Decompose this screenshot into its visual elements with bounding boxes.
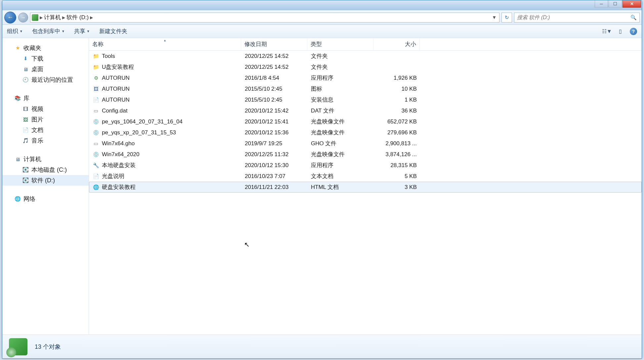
file-icon: 📄 bbox=[93, 97, 99, 103]
file-name: AUTORUN bbox=[102, 97, 130, 103]
organize-menu[interactable]: 组织▼ bbox=[7, 27, 23, 35]
file-name-cell: 📁Tools bbox=[89, 53, 241, 60]
file-icon: ⚙ bbox=[93, 75, 99, 81]
file-row[interactable]: 🖼AUTORUN2015/5/10 2:45图标10 KB bbox=[89, 83, 642, 94]
minimize-button[interactable] bbox=[595, 0, 608, 8]
file-type: 文本文档 bbox=[308, 172, 374, 180]
help-button[interactable]: ? bbox=[630, 28, 637, 35]
view-mode-button[interactable]: ☷ ▼ bbox=[603, 28, 611, 35]
nav-computer[interactable]: 🖥计算机 bbox=[2, 154, 89, 164]
chevron-down-icon: ▼ bbox=[62, 29, 65, 33]
column-label: 类型 bbox=[311, 41, 322, 47]
file-icon: 🔧 bbox=[93, 162, 99, 169]
refresh-button[interactable]: ↻ bbox=[501, 13, 512, 22]
file-name-cell: 🔧本地硬盘安装 bbox=[89, 161, 241, 169]
chevron-down-icon: ▼ bbox=[20, 29, 23, 33]
file-icon: 📁 bbox=[93, 53, 99, 60]
toolbar-right: ☷ ▼ ▯ ? bbox=[603, 28, 637, 35]
file-row[interactable]: ⚙AUTORUN2016/1/8 4:54应用程序1,926 KB bbox=[89, 72, 642, 83]
forward-button[interactable]: → bbox=[18, 13, 28, 22]
include-menu[interactable]: 包含到库中▼ bbox=[32, 27, 65, 35]
back-button[interactable]: ← bbox=[4, 12, 16, 23]
address-bar[interactable]: ▶ 计算机 ▶ 软件 (D:) ▶ ▾ bbox=[30, 13, 499, 22]
file-row[interactable]: 📁Tools2020/12/25 14:52文件夹 bbox=[89, 51, 642, 62]
breadcrumb-computer[interactable]: 计算机 bbox=[44, 14, 61, 21]
file-date: 2020/10/12 15:30 bbox=[241, 162, 308, 169]
file-date: 2020/10/12 15:42 bbox=[241, 108, 308, 114]
share-menu[interactable]: 共享▼ bbox=[74, 27, 90, 35]
file-row[interactable]: 🌐硬盘安装教程2016/11/21 22:03HTML 文档3 KB bbox=[89, 182, 642, 193]
nav-documents[interactable]: 📄文档 bbox=[2, 125, 89, 135]
column-size[interactable]: 大小 bbox=[373, 38, 420, 50]
column-type[interactable]: 类型 bbox=[307, 38, 373, 50]
nav-favorites[interactable]: ★收藏夹 bbox=[2, 43, 89, 53]
file-name: Win7x64_2020 bbox=[102, 151, 139, 158]
breadcrumb-drive[interactable]: 软件 (D:) bbox=[66, 14, 89, 21]
nav-network[interactable]: 🌐网络 bbox=[2, 194, 89, 204]
column-headers: 名称 修改日期 类型 大小 bbox=[89, 38, 642, 51]
chevron-right-icon: ▶ bbox=[90, 15, 93, 20]
nav-music[interactable]: 🎵音乐 bbox=[2, 135, 89, 146]
network-icon: 🌐 bbox=[14, 196, 21, 202]
file-row[interactable]: 🔧本地硬盘安装2020/10/12 15:30应用程序28,315 KB bbox=[89, 160, 642, 171]
close-button[interactable] bbox=[623, 0, 641, 8]
file-size: 1 KB bbox=[374, 97, 420, 103]
file-row[interactable]: 💿pe_yqs_xp_20_07_31_15_532020/10/12 15:3… bbox=[89, 127, 642, 138]
file-type: 图标 bbox=[308, 85, 374, 93]
column-label: 名称 bbox=[92, 41, 104, 47]
file-icon: 💿 bbox=[93, 118, 99, 125]
file-size: 279,696 KB bbox=[374, 129, 420, 136]
status-bar: 13 个对象 bbox=[2, 335, 642, 358]
file-row[interactable]: 💿pe_yqs_1064_20_07_31_16_042020/10/12 15… bbox=[89, 116, 642, 127]
file-date: 2020/12/25 11:32 bbox=[241, 151, 308, 158]
nav-pictures[interactable]: 🖼图片 bbox=[2, 114, 89, 125]
nav-drive-d[interactable]: 💽软件 (D:) bbox=[2, 175, 89, 186]
file-row[interactable]: ▭Config.dat2020/10/12 15:42DAT 文件36 KB bbox=[89, 105, 642, 116]
column-name[interactable]: 名称 bbox=[89, 38, 241, 50]
recent-icon: 🕘 bbox=[22, 77, 29, 83]
maximize-button[interactable] bbox=[609, 0, 622, 8]
file-row[interactable]: 📄AUTORUN2015/5/10 2:45安装信息1 KB bbox=[89, 94, 642, 105]
nav-label: 图片 bbox=[31, 115, 43, 123]
nav-desktop[interactable]: 🖥桌面 bbox=[2, 64, 89, 74]
file-type: 文件夹 bbox=[308, 52, 374, 60]
file-date: 2016/11/21 22:03 bbox=[241, 184, 308, 191]
file-name: pe_yqs_xp_20_07_31_15_53 bbox=[102, 129, 176, 136]
preview-pane-button[interactable]: ▯ bbox=[617, 28, 624, 35]
file-row[interactable]: 📄光盘说明2016/10/23 7:07文本文档5 KB bbox=[89, 171, 642, 182]
search-input[interactable] bbox=[517, 15, 630, 21]
nav-label: 收藏夹 bbox=[23, 44, 41, 52]
newfolder-label: 新建文件夹 bbox=[99, 27, 127, 35]
search-box[interactable]: 🔍 bbox=[514, 13, 640, 22]
nav-drive-c[interactable]: 💽本地磁盘 (C:) bbox=[2, 164, 89, 175]
address-dropdown-icon[interactable]: ▾ bbox=[491, 14, 498, 21]
search-icon: 🔍 bbox=[630, 15, 637, 21]
file-name-cell: ▭Win7x64.gho bbox=[89, 140, 241, 147]
nav-videos[interactable]: 🎞视频 bbox=[2, 104, 89, 114]
file-date: 2020/10/12 15:36 bbox=[241, 129, 308, 136]
new-folder-button[interactable]: 新建文件夹 bbox=[99, 27, 127, 35]
explorer-window: ← → ▶ 计算机 ▶ 软件 (D:) ▶ ▾ ↻ 🔍 组织▼ 包含到库中▼ 共… bbox=[2, 0, 642, 359]
nav-label: 软件 (D:) bbox=[31, 176, 55, 184]
drive-icon bbox=[32, 14, 38, 21]
document-icon: 📄 bbox=[22, 127, 29, 133]
column-date[interactable]: 修改日期 bbox=[241, 38, 307, 50]
picture-icon: 🖼 bbox=[22, 116, 29, 122]
file-row[interactable]: ▭Win7x64.gho2019/9/7 19:25GHO 文件2,900,81… bbox=[89, 138, 642, 149]
file-icon: 🖼 bbox=[93, 86, 99, 92]
file-type: 应用程序 bbox=[308, 161, 374, 169]
file-row[interactable]: 📁U盘安装教程2020/12/25 14:52文件夹 bbox=[89, 62, 642, 72]
file-row[interactable]: 💿Win7x64_20202020/12/25 11:32光盘映像文件3,874… bbox=[89, 149, 642, 160]
file-size: 3,874,126 ... bbox=[374, 151, 420, 158]
file-list: 名称 修改日期 类型 大小 📁Tools2020/12/25 14:52文件夹📁… bbox=[89, 38, 642, 335]
include-label: 包含到库中 bbox=[32, 27, 60, 35]
file-name: 硬盘安装教程 bbox=[102, 183, 136, 191]
nav-libraries[interactable]: 📚库 bbox=[2, 93, 89, 104]
nav-label: 下载 bbox=[31, 55, 43, 63]
nav-recent[interactable]: 🕘最近访问的位置 bbox=[2, 74, 89, 85]
file-name-cell: 💿pe_yqs_xp_20_07_31_15_53 bbox=[89, 129, 241, 136]
file-name: Win7x64.gho bbox=[102, 140, 135, 147]
file-date: 2020/10/12 15:41 bbox=[241, 118, 308, 125]
nav-downloads[interactable]: ⬇下载 bbox=[2, 53, 89, 64]
file-type: 光盘映像文件 bbox=[308, 151, 374, 158]
